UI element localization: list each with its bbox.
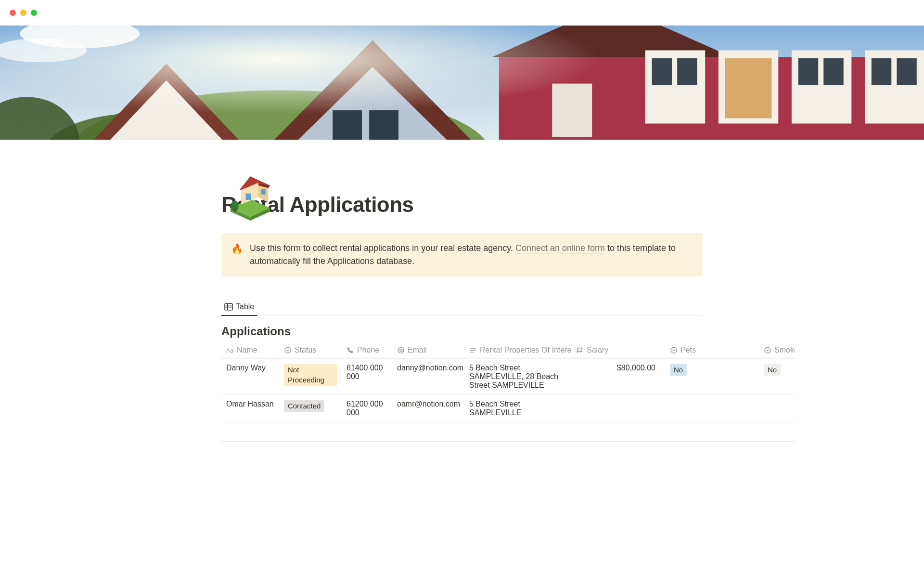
column-label: Phone	[357, 346, 379, 355]
tag: Contacted	[284, 400, 324, 412]
number-icon	[576, 346, 584, 354]
cover-image	[0, 26, 924, 140]
column-header-phone[interactable]: Phone	[342, 342, 392, 359]
column-header-smoker[interactable]: Smoker	[759, 342, 795, 359]
phone-icon	[346, 346, 354, 354]
column-label: Name	[237, 346, 257, 355]
cell-smoker[interactable]: No	[759, 359, 795, 395]
table-row[interactable]: Danny WayNot Proceeding61400 000 000dann…	[221, 359, 795, 395]
page-title[interactable]: Rental Applications	[221, 193, 703, 217]
at-icon	[397, 346, 405, 354]
tab-table-label: Table	[236, 302, 254, 311]
column-label: Status	[295, 346, 316, 355]
cell-empty[interactable]	[665, 422, 759, 442]
svg-rect-32	[234, 208, 236, 212]
svg-rect-39	[225, 303, 232, 310]
select-icon	[670, 346, 678, 354]
page-cover[interactable]	[0, 26, 924, 140]
cell-empty[interactable]	[392, 422, 464, 442]
cell-empty[interactable]	[571, 422, 665, 442]
title-icon: Aa	[226, 346, 234, 354]
table-icon	[224, 302, 233, 311]
cell-properties[interactable]: 5 Beach Street SAMPLEVILLE, 28 Beach Str…	[464, 359, 571, 395]
window-minimize-button[interactable]	[20, 10, 26, 16]
cell-name[interactable]: Omar Hassan	[221, 395, 279, 422]
cell-status[interactable]: Not Proceeding	[279, 359, 342, 395]
cell-phone[interactable]: 61400 000 000	[342, 359, 392, 395]
column-header-name[interactable]: Aa Name	[221, 342, 279, 359]
cell-empty[interactable]	[279, 422, 342, 442]
cell-empty[interactable]	[342, 422, 392, 442]
tag: Not Proceeding	[284, 364, 337, 386]
cell-smoker[interactable]	[759, 395, 795, 422]
select-icon	[284, 346, 292, 354]
column-header-status[interactable]: Status	[279, 342, 342, 359]
page-icon[interactable]	[221, 163, 283, 224]
window-zoom-button[interactable]	[31, 10, 37, 16]
cell-empty[interactable]	[759, 422, 795, 442]
table-row-empty[interactable]	[221, 422, 795, 442]
column-label: Smoker	[774, 346, 795, 355]
callout-text-before: Use this form to collect rental applicat…	[250, 243, 515, 253]
column-header-pets[interactable]: Pets	[665, 342, 759, 359]
database-view-tabs: Table	[221, 299, 703, 316]
cell-email[interactable]: oamr@notion.com	[392, 395, 464, 422]
cell-status[interactable]: Contacted	[279, 395, 342, 422]
svg-point-44	[285, 347, 291, 353]
svg-point-51	[765, 347, 770, 353]
cell-name[interactable]: Danny Way	[221, 359, 279, 395]
column-label: Email	[408, 346, 427, 355]
tab-table[interactable]: Table	[221, 299, 257, 316]
svg-point-50	[671, 347, 677, 353]
table-row[interactable]: Omar HassanContacted61200 000 000oamr@no…	[221, 395, 795, 422]
select-icon	[764, 346, 771, 354]
cell-empty[interactable]	[221, 422, 279, 442]
column-header-properties[interactable]: Rental Properties Of Interest	[464, 342, 571, 359]
cell-salary[interactable]: $80,000.00	[571, 359, 665, 395]
svg-point-45	[398, 347, 404, 353]
svg-rect-37	[246, 194, 251, 200]
database-title[interactable]: Applications	[221, 325, 703, 338]
tag: No	[764, 364, 781, 376]
column-label: Rental Properties Of Interest	[480, 346, 571, 355]
cell-pets[interactable]: No	[665, 359, 759, 395]
callout-text: Use this form to collect rental applicat…	[250, 242, 693, 268]
column-header-email[interactable]: Email	[392, 342, 464, 359]
cell-phone[interactable]: 61200 000 000	[342, 395, 392, 422]
svg-text:Aa: Aa	[226, 347, 233, 354]
svg-rect-38	[261, 189, 266, 194]
connect-form-link[interactable]: Connect an online form	[515, 243, 605, 253]
cell-pets[interactable]	[665, 395, 759, 422]
cell-empty[interactable]	[464, 422, 571, 442]
cell-salary[interactable]	[571, 395, 665, 422]
callout-block[interactable]: 🔥 Use this form to collect rental applic…	[221, 233, 703, 276]
window-close-button[interactable]	[10, 10, 16, 16]
cell-properties[interactable]: 5 Beach Street SAMPLEVILLE	[464, 395, 571, 422]
tag: No	[670, 364, 687, 376]
cell-email[interactable]: danny@notion.com	[392, 359, 464, 395]
column-header-salary[interactable]: Salary	[571, 342, 665, 359]
column-label: Salary	[587, 346, 608, 355]
applications-table: Aa Name Status Phone	[221, 342, 795, 442]
fire-icon: 🔥	[231, 242, 243, 268]
svg-rect-27	[0, 26, 924, 140]
column-label: Pets	[680, 346, 696, 355]
text-icon	[469, 346, 477, 354]
window-titlebar	[0, 0, 924, 26]
